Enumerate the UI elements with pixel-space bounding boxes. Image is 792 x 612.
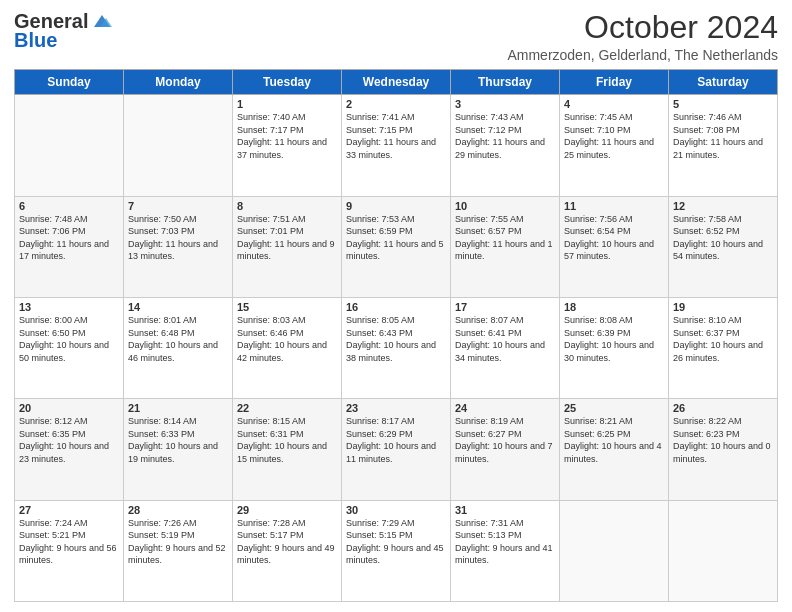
cell-info-line: Sunrise: 7:50 AM	[128, 213, 228, 226]
cell-info-line: Sunset: 6:29 PM	[346, 428, 446, 441]
day-number: 21	[128, 402, 228, 414]
calendar-cell: 16Sunrise: 8:05 AMSunset: 6:43 PMDayligh…	[342, 297, 451, 398]
cell-info-line: Sunrise: 7:43 AM	[455, 111, 555, 124]
cell-info-line: Daylight: 10 hours and 26 minutes.	[673, 339, 773, 364]
day-number: 25	[564, 402, 664, 414]
cell-info-line: Daylight: 10 hours and 38 minutes.	[346, 339, 446, 364]
cell-info-line: Daylight: 9 hours and 52 minutes.	[128, 542, 228, 567]
day-number: 28	[128, 504, 228, 516]
calendar-cell: 1Sunrise: 7:40 AMSunset: 7:17 PMDaylight…	[233, 95, 342, 196]
calendar-cell: 4Sunrise: 7:45 AMSunset: 7:10 PMDaylight…	[560, 95, 669, 196]
calendar-week-3: 13Sunrise: 8:00 AMSunset: 6:50 PMDayligh…	[15, 297, 778, 398]
cell-info-line: Sunset: 5:17 PM	[237, 529, 337, 542]
cell-info-line: Sunrise: 7:40 AM	[237, 111, 337, 124]
cell-info-line: Sunset: 7:12 PM	[455, 124, 555, 137]
calendar-week-2: 6Sunrise: 7:48 AMSunset: 7:06 PMDaylight…	[15, 196, 778, 297]
day-number: 14	[128, 301, 228, 313]
cell-info-line: Sunrise: 7:51 AM	[237, 213, 337, 226]
cell-info-line: Daylight: 10 hours and 46 minutes.	[128, 339, 228, 364]
calendar-cell: 24Sunrise: 8:19 AMSunset: 6:27 PMDayligh…	[451, 399, 560, 500]
cell-info-line: Daylight: 11 hours and 5 minutes.	[346, 238, 446, 263]
cell-info-line: Sunrise: 8:14 AM	[128, 415, 228, 428]
day-header-wednesday: Wednesday	[342, 70, 451, 95]
cell-info-line: Sunrise: 7:46 AM	[673, 111, 773, 124]
day-number: 13	[19, 301, 119, 313]
cell-info-line: Daylight: 10 hours and 30 minutes.	[564, 339, 664, 364]
day-number: 18	[564, 301, 664, 313]
cell-info-line: Sunset: 7:08 PM	[673, 124, 773, 137]
cell-info-line: Sunrise: 7:26 AM	[128, 517, 228, 530]
cell-info-line: Sunset: 5:21 PM	[19, 529, 119, 542]
day-number: 22	[237, 402, 337, 414]
calendar-cell: 19Sunrise: 8:10 AMSunset: 6:37 PMDayligh…	[669, 297, 778, 398]
calendar-cell: 7Sunrise: 7:50 AMSunset: 7:03 PMDaylight…	[124, 196, 233, 297]
cell-info-line: Daylight: 9 hours and 45 minutes.	[346, 542, 446, 567]
cell-info-line: Sunset: 6:39 PM	[564, 327, 664, 340]
cell-info-line: Daylight: 11 hours and 37 minutes.	[237, 136, 337, 161]
day-number: 19	[673, 301, 773, 313]
calendar-cell: 8Sunrise: 7:51 AMSunset: 7:01 PMDaylight…	[233, 196, 342, 297]
cell-info-line: Sunset: 6:35 PM	[19, 428, 119, 441]
cell-info-line: Daylight: 9 hours and 41 minutes.	[455, 542, 555, 567]
day-number: 29	[237, 504, 337, 516]
cell-info-line: Daylight: 11 hours and 29 minutes.	[455, 136, 555, 161]
calendar-cell	[560, 500, 669, 601]
day-number: 17	[455, 301, 555, 313]
month-title: October 2024	[507, 10, 778, 45]
cell-info-line: Sunset: 6:31 PM	[237, 428, 337, 441]
calendar-cell: 2Sunrise: 7:41 AMSunset: 7:15 PMDaylight…	[342, 95, 451, 196]
cell-info-line: Sunset: 7:15 PM	[346, 124, 446, 137]
cell-info-line: Sunset: 6:43 PM	[346, 327, 446, 340]
logo-icon	[90, 13, 112, 31]
cell-info-line: Sunrise: 8:17 AM	[346, 415, 446, 428]
cell-info-line: Sunrise: 8:21 AM	[564, 415, 664, 428]
day-number: 6	[19, 200, 119, 212]
calendar-cell: 26Sunrise: 8:22 AMSunset: 6:23 PMDayligh…	[669, 399, 778, 500]
location-subtitle: Ammerzoden, Gelderland, The Netherlands	[507, 47, 778, 63]
cell-info-line: Sunset: 6:41 PM	[455, 327, 555, 340]
calendar-week-1: 1Sunrise: 7:40 AMSunset: 7:17 PMDaylight…	[15, 95, 778, 196]
cell-info-line: Sunset: 6:27 PM	[455, 428, 555, 441]
cell-info-line: Sunrise: 8:01 AM	[128, 314, 228, 327]
cell-info-line: Sunrise: 8:10 AM	[673, 314, 773, 327]
cell-info-line: Daylight: 11 hours and 13 minutes.	[128, 238, 228, 263]
cell-info-line: Sunset: 6:59 PM	[346, 225, 446, 238]
cell-info-line: Sunrise: 8:22 AM	[673, 415, 773, 428]
cell-info-line: Sunrise: 8:03 AM	[237, 314, 337, 327]
cell-info-line: Sunset: 6:23 PM	[673, 428, 773, 441]
cell-info-line: Sunrise: 8:12 AM	[19, 415, 119, 428]
day-number: 4	[564, 98, 664, 110]
calendar-cell: 28Sunrise: 7:26 AMSunset: 5:19 PMDayligh…	[124, 500, 233, 601]
cell-info-line: Daylight: 9 hours and 49 minutes.	[237, 542, 337, 567]
cell-info-line: Sunrise: 7:29 AM	[346, 517, 446, 530]
cell-info-line: Sunset: 6:52 PM	[673, 225, 773, 238]
cell-info-line: Sunrise: 7:45 AM	[564, 111, 664, 124]
day-number: 3	[455, 98, 555, 110]
day-header-sunday: Sunday	[15, 70, 124, 95]
cell-info-line: Sunset: 7:17 PM	[237, 124, 337, 137]
calendar-cell: 11Sunrise: 7:56 AMSunset: 6:54 PMDayligh…	[560, 196, 669, 297]
cell-info-line: Daylight: 10 hours and 50 minutes.	[19, 339, 119, 364]
cell-info-line: Sunset: 6:50 PM	[19, 327, 119, 340]
day-number: 27	[19, 504, 119, 516]
day-number: 23	[346, 402, 446, 414]
calendar-cell: 31Sunrise: 7:31 AMSunset: 5:13 PMDayligh…	[451, 500, 560, 601]
cell-info-line: Daylight: 11 hours and 21 minutes.	[673, 136, 773, 161]
day-header-saturday: Saturday	[669, 70, 778, 95]
day-number: 10	[455, 200, 555, 212]
calendar-cell: 18Sunrise: 8:08 AMSunset: 6:39 PMDayligh…	[560, 297, 669, 398]
cell-info-line: Sunset: 5:19 PM	[128, 529, 228, 542]
calendar-week-4: 20Sunrise: 8:12 AMSunset: 6:35 PMDayligh…	[15, 399, 778, 500]
calendar-cell	[15, 95, 124, 196]
cell-info-line: Sunrise: 8:15 AM	[237, 415, 337, 428]
logo: General Blue	[14, 10, 112, 52]
cell-info-line: Sunset: 7:10 PM	[564, 124, 664, 137]
cell-info-line: Sunrise: 8:05 AM	[346, 314, 446, 327]
cell-info-line: Sunrise: 7:56 AM	[564, 213, 664, 226]
cell-info-line: Daylight: 11 hours and 9 minutes.	[237, 238, 337, 263]
cell-info-line: Daylight: 10 hours and 19 minutes.	[128, 440, 228, 465]
calendar-cell: 21Sunrise: 8:14 AMSunset: 6:33 PMDayligh…	[124, 399, 233, 500]
calendar-cell: 29Sunrise: 7:28 AMSunset: 5:17 PMDayligh…	[233, 500, 342, 601]
cell-info-line: Sunset: 6:46 PM	[237, 327, 337, 340]
cell-info-line: Sunset: 7:03 PM	[128, 225, 228, 238]
